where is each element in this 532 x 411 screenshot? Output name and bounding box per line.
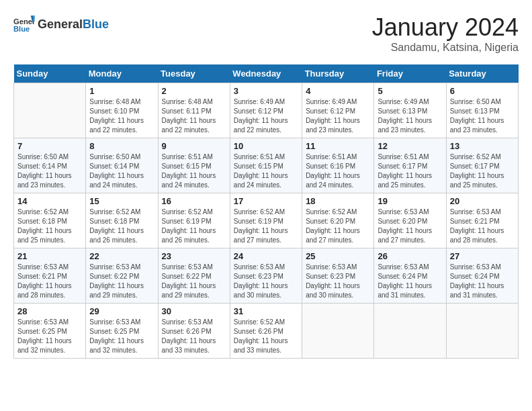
calendar-cell: 2 Sunrise: 6:48 AM Sunset: 6:11 PM Dayli… [158, 83, 230, 138]
page-header: General Blue General Blue January 2024 S… [13, 13, 519, 54]
calendar-cell: 19 Sunrise: 6:53 AM Sunset: 6:20 PM Dayl… [374, 193, 446, 248]
day-number: 28 [17, 306, 82, 316]
calendar-week-row: 1 Sunrise: 6:48 AM Sunset: 6:10 PM Dayli… [14, 83, 519, 138]
calendar-cell: 15 Sunrise: 6:52 AM Sunset: 6:18 PM Dayl… [86, 193, 158, 248]
weekday-header-friday: Friday [374, 64, 446, 83]
logo-general-text: General [38, 17, 83, 32]
day-number: 16 [162, 196, 226, 206]
weekday-header-wednesday: Wednesday [230, 64, 302, 83]
location-title: Sandamu, Katsina, Nigeria [372, 42, 519, 54]
day-detail: Sunrise: 6:48 AM Sunset: 6:10 PM Dayligh… [89, 97, 154, 135]
day-number: 22 [89, 251, 154, 261]
day-number: 4 [306, 86, 370, 96]
day-detail: Sunrise: 6:53 AM Sunset: 6:23 PM Dayligh… [234, 263, 298, 300]
calendar-cell: 22 Sunrise: 6:53 AM Sunset: 6:22 PM Dayl… [86, 248, 158, 304]
calendar-cell [374, 304, 446, 359]
day-number: 17 [234, 196, 298, 206]
day-detail: Sunrise: 6:53 AM Sunset: 6:24 PM Dayligh… [450, 263, 515, 300]
svg-text:Blue: Blue [13, 25, 30, 33]
calendar-cell [14, 83, 86, 138]
day-detail: Sunrise: 6:53 AM Sunset: 6:23 PM Dayligh… [306, 263, 370, 300]
calendar-cell: 21 Sunrise: 6:53 AM Sunset: 6:21 PM Dayl… [14, 248, 86, 304]
day-number: 8 [89, 141, 154, 151]
day-detail: Sunrise: 6:52 AM Sunset: 6:18 PM Dayligh… [17, 208, 82, 245]
weekday-header-row: SundayMondayTuesdayWednesdayThursdayFrid… [14, 64, 519, 83]
calendar-cell: 27 Sunrise: 6:53 AM Sunset: 6:24 PM Dayl… [446, 248, 518, 304]
calendar-cell: 31 Sunrise: 6:52 AM Sunset: 6:26 PM Dayl… [230, 304, 302, 359]
day-detail: Sunrise: 6:53 AM Sunset: 6:21 PM Dayligh… [450, 208, 515, 245]
day-number: 20 [450, 196, 515, 206]
calendar-cell: 23 Sunrise: 6:53 AM Sunset: 6:22 PM Dayl… [158, 248, 230, 304]
calendar-week-row: 7 Sunrise: 6:50 AM Sunset: 6:14 PM Dayli… [14, 138, 519, 193]
day-detail: Sunrise: 6:51 AM Sunset: 6:15 PM Dayligh… [234, 152, 298, 190]
calendar-cell: 11 Sunrise: 6:51 AM Sunset: 6:16 PM Dayl… [302, 138, 374, 193]
day-number: 12 [378, 141, 442, 151]
day-detail: Sunrise: 6:51 AM Sunset: 6:16 PM Dayligh… [306, 152, 370, 190]
calendar-cell: 12 Sunrise: 6:51 AM Sunset: 6:17 PM Dayl… [374, 138, 446, 193]
calendar-cell: 5 Sunrise: 6:49 AM Sunset: 6:13 PM Dayli… [374, 83, 446, 138]
calendar-cell: 16 Sunrise: 6:52 AM Sunset: 6:19 PM Dayl… [158, 193, 230, 248]
day-number: 27 [450, 251, 515, 261]
calendar-cell: 24 Sunrise: 6:53 AM Sunset: 6:23 PM Dayl… [230, 248, 302, 304]
calendar-cell: 1 Sunrise: 6:48 AM Sunset: 6:10 PM Dayli… [86, 83, 158, 138]
day-number: 24 [234, 251, 298, 261]
day-detail: Sunrise: 6:50 AM Sunset: 6:14 PM Dayligh… [17, 152, 82, 190]
calendar-cell: 4 Sunrise: 6:49 AM Sunset: 6:12 PM Dayli… [302, 83, 374, 138]
calendar-week-row: 14 Sunrise: 6:52 AM Sunset: 6:18 PM Dayl… [14, 193, 519, 248]
title-area: January 2024 Sandamu, Katsina, Nigeria [372, 13, 519, 54]
day-detail: Sunrise: 6:53 AM Sunset: 6:22 PM Dayligh… [162, 263, 226, 300]
day-number: 3 [234, 86, 298, 96]
day-number: 2 [162, 86, 226, 96]
day-number: 29 [89, 306, 154, 316]
day-number: 13 [450, 141, 515, 151]
day-number: 9 [162, 141, 226, 151]
logo-blue-text: Blue [83, 17, 109, 32]
calendar-week-row: 28 Sunrise: 6:53 AM Sunset: 6:25 PM Dayl… [14, 304, 519, 359]
calendar-cell [302, 304, 374, 359]
day-detail: Sunrise: 6:53 AM Sunset: 6:22 PM Dayligh… [89, 263, 154, 300]
weekday-header-tuesday: Tuesday [158, 64, 230, 83]
day-number: 31 [234, 306, 298, 316]
day-detail: Sunrise: 6:52 AM Sunset: 6:26 PM Dayligh… [234, 318, 298, 355]
day-number: 15 [89, 196, 154, 206]
day-number: 19 [378, 196, 442, 206]
day-detail: Sunrise: 6:50 AM Sunset: 6:14 PM Dayligh… [89, 152, 154, 190]
day-number: 14 [17, 196, 82, 206]
day-number: 10 [234, 141, 298, 151]
calendar-cell: 6 Sunrise: 6:50 AM Sunset: 6:13 PM Dayli… [446, 83, 518, 138]
day-detail: Sunrise: 6:48 AM Sunset: 6:11 PM Dayligh… [162, 97, 226, 135]
logo-icon: General Blue [13, 13, 35, 35]
weekday-header-saturday: Saturday [446, 64, 518, 83]
calendar-week-row: 21 Sunrise: 6:53 AM Sunset: 6:21 PM Dayl… [14, 248, 519, 304]
day-detail: Sunrise: 6:53 AM Sunset: 6:25 PM Dayligh… [89, 318, 154, 355]
logo: General Blue General Blue [13, 13, 109, 35]
calendar-cell: 28 Sunrise: 6:53 AM Sunset: 6:25 PM Dayl… [14, 304, 86, 359]
day-number: 18 [306, 196, 370, 206]
calendar-cell: 8 Sunrise: 6:50 AM Sunset: 6:14 PM Dayli… [86, 138, 158, 193]
day-detail: Sunrise: 6:53 AM Sunset: 6:26 PM Dayligh… [162, 318, 226, 355]
calendar-cell: 14 Sunrise: 6:52 AM Sunset: 6:18 PM Dayl… [14, 193, 86, 248]
day-detail: Sunrise: 6:51 AM Sunset: 6:15 PM Dayligh… [162, 152, 226, 190]
day-number: 6 [450, 86, 515, 96]
day-detail: Sunrise: 6:53 AM Sunset: 6:24 PM Dayligh… [378, 263, 442, 300]
day-detail: Sunrise: 6:51 AM Sunset: 6:17 PM Dayligh… [378, 152, 442, 190]
day-number: 26 [378, 251, 442, 261]
day-detail: Sunrise: 6:53 AM Sunset: 6:20 PM Dayligh… [378, 208, 442, 245]
day-number: 25 [306, 251, 370, 261]
day-detail: Sunrise: 6:49 AM Sunset: 6:12 PM Dayligh… [234, 97, 298, 135]
calendar-table: SundayMondayTuesdayWednesdayThursdayFrid… [13, 64, 519, 359]
calendar-cell: 3 Sunrise: 6:49 AM Sunset: 6:12 PM Dayli… [230, 83, 302, 138]
day-detail: Sunrise: 6:49 AM Sunset: 6:13 PM Dayligh… [378, 97, 442, 135]
day-detail: Sunrise: 6:53 AM Sunset: 6:25 PM Dayligh… [17, 318, 82, 355]
weekday-header-sunday: Sunday [14, 64, 86, 83]
calendar-cell: 9 Sunrise: 6:51 AM Sunset: 6:15 PM Dayli… [158, 138, 230, 193]
day-detail: Sunrise: 6:52 AM Sunset: 6:17 PM Dayligh… [450, 152, 515, 190]
day-number: 7 [17, 141, 82, 151]
calendar-cell: 18 Sunrise: 6:52 AM Sunset: 6:20 PM Dayl… [302, 193, 374, 248]
day-number: 1 [89, 86, 154, 96]
day-detail: Sunrise: 6:52 AM Sunset: 6:18 PM Dayligh… [89, 208, 154, 245]
calendar-cell: 10 Sunrise: 6:51 AM Sunset: 6:15 PM Dayl… [230, 138, 302, 193]
day-number: 23 [162, 251, 226, 261]
day-number: 30 [162, 306, 226, 316]
day-number: 11 [306, 141, 370, 151]
